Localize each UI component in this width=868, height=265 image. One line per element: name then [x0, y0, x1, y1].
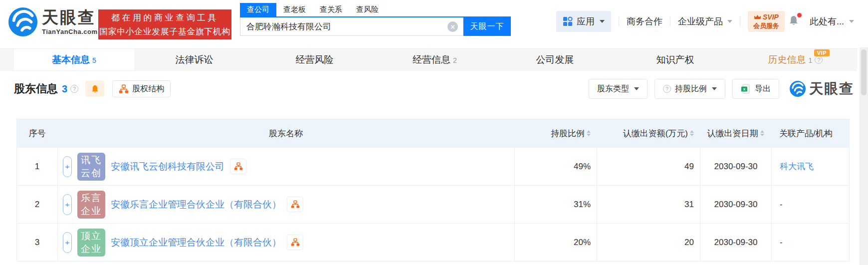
avatar-line: 企业	[81, 205, 102, 218]
enterprise-label: 企业级产品	[678, 15, 723, 27]
avatar-line: 企业	[81, 243, 102, 256]
header-label: 持股比例	[551, 128, 585, 139]
shareholder-section-header: 股东信息 3 ? 股权结构 股东类型 ? 持股比例	[14, 77, 854, 101]
expand-button[interactable]: +	[63, 194, 72, 215]
avatar-line: 顶立	[81, 230, 102, 243]
search-tabs: 查公司 查老板 查关系 查风险	[240, 3, 511, 17]
date-value: 2030-09-30	[700, 148, 771, 185]
tab-label: 基本信息	[52, 53, 90, 66]
search-input[interactable]	[246, 19, 441, 34]
header-label: 认缴出资日期	[707, 128, 758, 139]
amount-value: 49	[597, 148, 700, 185]
logo-text: 天眼查 TianYanCha.com	[42, 8, 98, 35]
shareholder-name-link[interactable]: 安徽乐言企业管理合伙企业（有限合伙）	[111, 198, 281, 211]
apps-menu-button[interactable]: 应用	[556, 11, 611, 32]
org-chart-icon	[234, 162, 243, 171]
watermark-title: 天眼查	[809, 79, 854, 98]
org-chart-icon	[119, 84, 129, 94]
equity-structure-mini-button[interactable]	[287, 235, 303, 250]
tab-label: 历史信息	[768, 53, 806, 66]
org-chart-icon	[291, 238, 300, 247]
shareholder-table: 序号 股东名称 持股比例 认缴出资额(万元) 认缴出资日期 关联产品/机构 1 …	[16, 119, 850, 262]
search-tab-risk[interactable]: 查风险	[349, 3, 386, 16]
scrollbar-thumb[interactable]	[861, 49, 867, 95]
tab-count: 2	[453, 56, 457, 64]
vertical-scrollbar[interactable]	[860, 47, 868, 265]
clear-icon[interactable]: ×	[447, 21, 458, 32]
equity-structure-label: 股权结构	[132, 84, 164, 94]
header-date-sortable[interactable]: 认缴出资日期	[700, 119, 771, 147]
sort-icon	[587, 130, 591, 136]
help-icon[interactable]: ?	[70, 85, 78, 93]
banner-line1: 都在用的商业查询工具	[111, 12, 218, 23]
search-tab-company[interactable]: 查公司	[240, 3, 276, 16]
svip-label: SVIP	[763, 13, 779, 22]
export-button[interactable]: x 导出	[732, 79, 779, 99]
site-logo[interactable]: 天眼查 TianYanCha.com	[7, 6, 98, 37]
search-button[interactable]: 天眼一下	[463, 17, 511, 36]
ratio-value: 31%	[514, 186, 597, 223]
svip-membership-button[interactable]: SVIP 会员服务	[748, 11, 785, 32]
amount-value: 31	[597, 186, 700, 223]
avatar: 讯飞 云创	[77, 153, 105, 181]
avatar: 顶立 企业	[77, 229, 105, 257]
org-chart-icon	[291, 200, 300, 209]
filter-label: 股东类型	[597, 84, 629, 94]
table-row: 1 + 讯飞 云创 安徽讯飞云创科技有限公司 49% 4	[17, 147, 849, 185]
header-ratio-sortable[interactable]: 持股比例	[514, 119, 597, 147]
tab-label: 经营信息	[413, 53, 450, 66]
row-number: 3	[17, 224, 57, 261]
section-title: 股东信息	[14, 81, 58, 96]
shareholder-type-filter[interactable]: 股东类型	[589, 79, 648, 99]
expand-button[interactable]: +	[63, 232, 72, 253]
avatar-line: 讯飞	[81, 154, 102, 167]
tab-legal-proceedings[interactable]: 法律诉讼	[134, 49, 254, 70]
expand-button[interactable]: +	[63, 156, 72, 177]
ratio-value: 20%	[514, 224, 597, 261]
related-empty: -	[780, 200, 783, 210]
tab-operating-risk[interactable]: 经营风险	[254, 49, 375, 70]
top-bar: 天眼查 TianYanCha.com 都在用的商业查询工具 国家中小企业发展子基…	[0, 0, 868, 48]
business-cooperation-link[interactable]: 商务合作	[627, 15, 662, 27]
tab-basic-info[interactable]: 基本信息 5	[14, 49, 134, 70]
header-label: 认缴出资额(万元)	[623, 128, 688, 139]
shareholding-ratio-filter[interactable]: ? 持股比例	[654, 79, 725, 99]
tab-company-development[interactable]: 公司发展	[495, 49, 615, 70]
header-amount-sortable[interactable]: 认缴出资额(万元)	[597, 119, 700, 147]
export-label: 导出	[755, 84, 771, 94]
avatar-line: 云创	[81, 167, 102, 180]
user-name: 此处有...	[810, 15, 844, 27]
divider	[670, 16, 670, 26]
enterprise-products-menu[interactable]: 企业级产品	[678, 15, 732, 27]
tab-operating-info[interactable]: 经营信息 2	[375, 49, 495, 70]
header-related: 关联产品/机构	[771, 119, 849, 147]
row-number: 1	[17, 148, 57, 185]
grid-apps-icon	[563, 16, 573, 26]
equity-structure-button[interactable]: 股权结构	[112, 80, 171, 97]
shareholder-name-link[interactable]: 安徽顶立企业管理合伙企业（有限合伙）	[111, 236, 281, 249]
tab-history-info[interactable]: VIP 历史信息 1 ?	[735, 49, 856, 70]
section-count: 3	[62, 83, 67, 95]
company-tab-bar: 基本信息 5 法律诉讼 经营风险 经营信息 2 公司发展 知识产权 VIP 历史…	[0, 48, 857, 71]
tab-label: 公司发展	[536, 53, 574, 66]
shareholder-name-link[interactable]: 安徽讯飞云创科技有限公司	[111, 160, 224, 173]
equity-structure-mini-button[interactable]	[287, 197, 303, 212]
help-icon: ?	[663, 85, 671, 93]
subscribe-bell-button[interactable]	[85, 81, 104, 97]
search-input-wrap: ×	[240, 17, 463, 36]
help-icon[interactable]: ?	[815, 56, 823, 64]
header-shareholder-name: 股东名称	[57, 119, 514, 147]
search-tab-relation[interactable]: 查关系	[313, 3, 349, 16]
tab-label: 法律诉讼	[176, 53, 214, 66]
notifications-button[interactable]	[788, 14, 800, 28]
related-company-link[interactable]: 科大讯飞	[780, 161, 814, 172]
tab-count: 5	[92, 56, 96, 64]
tab-count: 1	[809, 56, 813, 64]
table-header-row: 序号 股东名称 持股比例 认缴出资额(万元) 认缴出资日期 关联产品/机构	[17, 119, 849, 147]
bell-icon	[90, 84, 100, 94]
filter-label: 持股比例	[675, 84, 707, 94]
equity-structure-mini-button[interactable]	[230, 159, 246, 174]
tab-intellectual-property[interactable]: 知识产权	[615, 49, 735, 70]
search-tab-boss[interactable]: 查老板	[276, 3, 313, 16]
user-account-menu[interactable]: 此处有...	[810, 15, 854, 27]
